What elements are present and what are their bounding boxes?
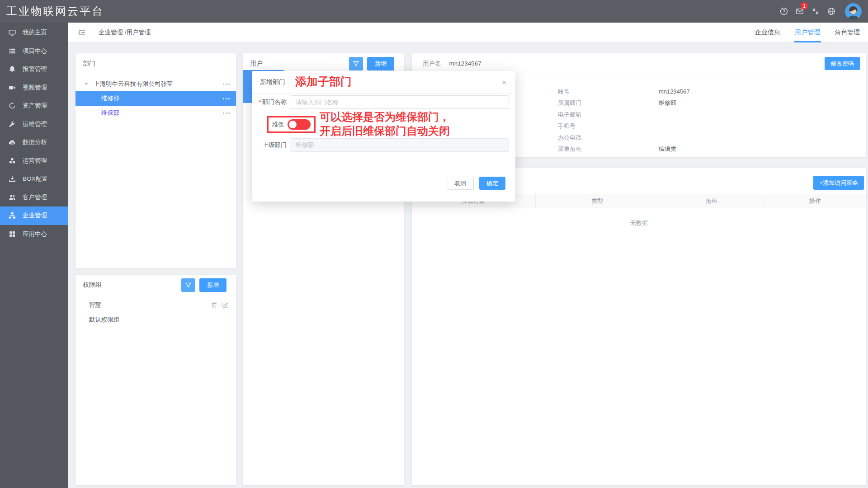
field-label: 办公电话 [558,134,659,142]
top-header: 工业物联网云平台 1 [0,0,868,23]
customers-icon [9,194,16,201]
maintenance-switch-label: 维保 [272,121,284,129]
circles-icon [9,157,16,164]
add-access-policy-button[interactable]: +添加访问策略 [813,176,864,190]
annotation-add-subdept: 添加子部门 [295,76,352,87]
cancel-button[interactable]: 取消 [447,177,474,190]
department-tree: 上海明牛云科技有限公司张莹 维修部 维保部 [75,77,236,120]
sidebar-item-customers[interactable]: 客户管理 [0,188,68,207]
field-label: 账号 [558,88,659,96]
app-root: 工业物联网云平台 1 我的主页 项目中心 报警管理 [0,0,868,488]
sidebar-item-enterprise[interactable]: 企业管理 [0,206,68,225]
username-value: mn1234567 [449,60,481,67]
messages-button[interactable]: 1 [796,7,804,15]
users-filter-button[interactable] [349,57,363,70]
permission-add-button[interactable]: 新增 [199,278,226,292]
column-header[interactable]: 类型 [536,194,659,208]
field-label: 手机号 [558,122,659,130]
dept-name-label: *部门名称 [258,95,287,109]
field-label: 所属部门 [558,99,659,107]
breadcrumb: 企业管理 /用户管理 [99,28,151,37]
permission-group-item[interactable]: 默认权限组 [75,312,236,327]
tree-node-repair-dept[interactable]: 维修部 [75,91,236,106]
list-icon [9,47,16,55]
org-chart-icon [9,212,16,219]
user-info-grid: 账号mn1234567 所属部门维修部 电子邮箱 手机号 办公电话 菜单角色编辑… [558,86,690,155]
field-value: 编辑类 [659,145,676,153]
empty-table-text: 无数据 [412,219,866,227]
tree-node-maintenance-dept[interactable]: 维保部 [75,106,236,120]
message-count-badge: 1 [801,2,808,9]
monitor-icon [9,29,16,36]
language-globe-icon[interactable] [827,7,835,15]
sidebar-item-box-config[interactable]: BOX配置 [0,170,68,188]
tree-node-company[interactable]: 上海明牛云科技有限公司张莹 [75,77,236,91]
annotation-box-switch: 维保 [267,116,316,133]
wrench-icon [9,121,16,128]
permission-group-item[interactable]: 智慧 [75,297,236,312]
sidebar-item-video[interactable]: 视频管理 [0,79,68,97]
department-panel-title: 部门 [83,60,95,68]
exit-fullscreen-icon[interactable] [811,7,820,15]
field-label: 菜单角色 [558,145,659,153]
department-panel: 部门 上海明牛云科技有限公司张莹 维修部 维保部 [75,53,236,268]
close-icon[interactable]: × [502,79,506,86]
tab-user-management[interactable]: 用户管理 [788,23,827,42]
permission-group-list: 智慧 默认权限组 [75,297,236,327]
sidebar-item-projects[interactable]: 项目中心 [0,42,68,61]
permission-group-panel: 权限组 新增 智慧 默认权限组 [75,275,236,485]
menu-fold-icon[interactable] [78,28,86,37]
video-camera-icon [9,84,16,91]
more-actions-icon[interactable] [223,98,224,99]
avatar-image [845,3,862,20]
permission-panel-title: 权限组 [83,281,102,289]
confirm-button[interactable]: 确定 [479,177,505,190]
more-actions-icon[interactable] [223,84,224,85]
field-value: 维修部 [659,99,676,107]
recycle-icon [9,102,16,109]
sidebar-item-ops[interactable]: 运维管理 [0,115,68,134]
download-icon [9,175,16,183]
parent-dept-input[interactable] [290,138,509,152]
add-department-modal: 新增部门 添加子部门 × *部门名称 维保 可以选择是否为维保部门， 开启后旧维… [252,71,515,202]
sidebar-item-operations[interactable]: 运营管理 [0,152,68,170]
apps-grid-icon [9,230,16,238]
app-logo: 工业物联网云平台 [0,4,104,19]
access-policy-panel: +添加访问策略 授权对象 类型 角色 操作 无数据 [412,168,866,485]
user-avatar[interactable] [845,3,862,20]
field-label: 电子邮箱 [558,111,659,119]
caret-down-icon[interactable] [85,83,88,85]
permission-filter-button[interactable] [181,278,195,292]
sidebar-nav: 我的主页 项目中心 报警管理 视频管理 资产管理 运维管理 数据分析 运营管理 [0,23,68,488]
parent-dept-label: 上级部门 [258,138,287,152]
funnel-icon [353,61,359,67]
cloud-chart-icon [9,139,16,146]
bell-icon [9,66,16,73]
sidebar-item-home[interactable]: 我的主页 [0,23,68,42]
users-panel-title: 用户 [250,60,263,68]
field-value: mn1234567 [659,88,690,95]
sidebar-item-assets[interactable]: 资产管理 [0,97,68,115]
annotation-switch-note: 可以选择是否为维保部门， 开启后旧维保部门自动关闭 [320,110,450,138]
header-actions: 1 [780,0,868,23]
delete-icon[interactable] [211,302,217,308]
funnel-icon [185,282,192,289]
change-password-button[interactable]: 修改密码 [825,57,860,70]
column-header[interactable]: 操作 [764,194,866,208]
tab-enterprise-info[interactable]: 企业信息 [748,23,788,42]
maintenance-toggle[interactable] [288,119,311,130]
modal-title: 新增部门 [260,78,285,86]
sidebar-item-data-analysis[interactable]: 数据分析 [0,133,68,152]
users-add-button[interactable]: 新增 [367,57,394,70]
dept-name-input[interactable] [290,95,509,109]
username-label: 用户名 [423,60,441,68]
breadcrumb-bar: 企业管理 /用户管理 企业信息 用户管理 角色管理 [68,23,868,42]
edit-icon[interactable] [222,302,228,308]
more-actions-icon[interactable] [223,113,224,114]
help-icon[interactable] [780,7,788,15]
tab-role-management[interactable]: 角色管理 [827,23,867,42]
sidebar-item-app-center[interactable]: 应用中心 [0,225,68,244]
page-tabs: 企业信息 用户管理 角色管理 [748,23,867,42]
column-header[interactable]: 角色 [659,194,764,208]
sidebar-item-alarms[interactable]: 报警管理 [0,60,68,79]
